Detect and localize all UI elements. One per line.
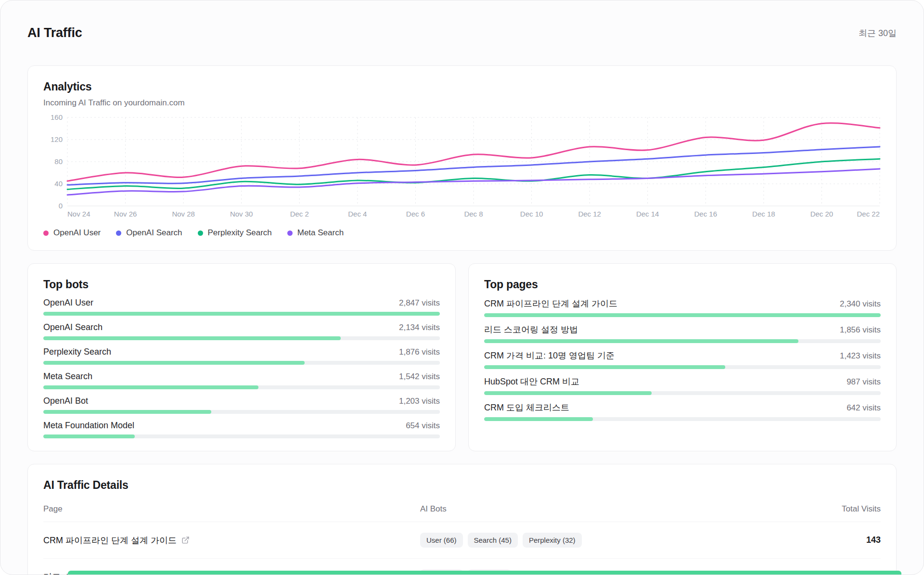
ai-traffic-dashboard: AI Traffic 최근 30일 Analytics Incoming AI … <box>0 0 924 575</box>
legend-label: OpenAI Search <box>126 228 182 238</box>
bar-item-visits: 987 visits <box>847 377 881 387</box>
traffic-line-chart: Nov 24Nov 26Nov 28Nov 30Dec 2Dec 4Dec 6D… <box>43 114 883 220</box>
top-bots-card: Top bots OpenAI User 2,847 visits OpenAI… <box>27 263 456 451</box>
svg-text:0: 0 <box>59 202 63 210</box>
bot-badge: User (66) <box>420 533 463 548</box>
bar-track <box>484 339 881 343</box>
svg-text:Dec 12: Dec 12 <box>578 210 601 218</box>
details-table-body: CRM 파이프라인 단계 설계 가이드 User (66)Search (45)… <box>43 522 881 575</box>
bar-item-label: Perplexity Search <box>43 347 111 357</box>
svg-text:Nov 24: Nov 24 <box>67 210 90 218</box>
bar-track <box>484 417 881 421</box>
bar-item-label: HubSpot 대안 CRM 비교 <box>484 376 579 387</box>
bar-item-row: CRM 도입 체크리스트 642 visits <box>484 402 881 413</box>
summary-cards-row: Top bots OpenAI User 2,847 visits OpenAI… <box>27 263 897 451</box>
details-title: AI Traffic Details <box>43 479 881 492</box>
legend-label: Meta Search <box>297 228 344 238</box>
ai-traffic-details-card: AI Traffic Details Page AI Bots Total Vi… <box>27 464 897 575</box>
svg-text:Dec 20: Dec 20 <box>810 210 834 218</box>
column-header-total: Total Visits <box>842 504 881 514</box>
list-item: CRM 가격 비교: 10명 영업팀 기준 1,423 visits <box>484 350 881 369</box>
column-header-page: Page <box>43 504 420 514</box>
bar-fill <box>484 365 725 369</box>
period-selector[interactable]: 최근 30일 <box>859 27 897 39</box>
legend-item: Meta Search <box>287 228 344 238</box>
bar-item-row: HubSpot 대안 CRM 비교 987 visits <box>484 376 881 387</box>
bar-track <box>43 312 440 316</box>
bar-item-row: OpenAI Bot 1,203 visits <box>43 396 440 406</box>
list-item: HubSpot 대안 CRM 비교 987 visits <box>484 376 881 395</box>
bar-track <box>43 361 440 365</box>
svg-text:Dec 4: Dec 4 <box>348 210 367 218</box>
legend-dot <box>287 230 293 236</box>
list-item: OpenAI User 2,847 visits <box>43 298 440 316</box>
svg-text:Nov 28: Nov 28 <box>172 210 195 218</box>
bar-item-row: OpenAI Search 2,134 visits <box>43 322 440 332</box>
bar-item-label: 리드 스코어링 설정 방법 <box>484 324 578 335</box>
details-table-header: Page AI Bots Total Visits <box>43 492 881 522</box>
svg-text:Dec 10: Dec 10 <box>520 210 543 218</box>
bar-item-visits: 2,847 visits <box>399 298 440 308</box>
table-row: CRM 파이프라인 단계 설계 가이드 User (66)Search (45)… <box>43 522 881 559</box>
svg-text:160: 160 <box>51 114 63 121</box>
page-header: AI Traffic 최근 30일 <box>27 0 897 40</box>
svg-text:40: 40 <box>54 179 63 188</box>
bar-fill <box>43 410 211 414</box>
bot-badge: Perplexity (32) <box>523 533 582 548</box>
bot-badge: Search (45) <box>468 533 518 548</box>
bar-track <box>43 336 440 340</box>
list-item: Perplexity Search 1,876 visits <box>43 347 440 365</box>
column-header-bots: AI Bots <box>420 504 799 514</box>
bar-item-row: CRM 파이프라인 단계 설계 가이드 2,340 visits <box>484 298 881 309</box>
bar-fill <box>43 361 305 365</box>
bar-item-row: Meta Foundation Model 654 visits <box>43 421 440 431</box>
detail-page-title: CRM 파이프라인 단계 설계 가이드 <box>43 535 177 546</box>
svg-text:Dec 14: Dec 14 <box>636 210 659 218</box>
bar-item-label: Meta Search <box>43 371 92 382</box>
bar-fill <box>484 339 798 343</box>
top-bots-list: OpenAI User 2,847 visits OpenAI Search 2… <box>43 298 440 438</box>
bot-badges: User (66)Search (45)Perplexity (32) <box>420 533 799 548</box>
bar-item-label: OpenAI Search <box>43 322 103 332</box>
svg-text:120: 120 <box>51 135 63 143</box>
bar-track <box>43 410 440 414</box>
bar-item-row: Perplexity Search 1,876 visits <box>43 347 440 357</box>
bar-item-visits: 1,876 visits <box>399 347 440 357</box>
list-item: Meta Foundation Model 654 visits <box>43 421 440 438</box>
svg-text:Dec 18: Dec 18 <box>752 210 775 218</box>
legend-item: Perplexity Search <box>198 228 272 238</box>
chart-legend: OpenAI UserOpenAI SearchPerplexity Searc… <box>43 228 881 238</box>
bar-item-visits: 1,542 visits <box>399 372 440 382</box>
detail-total: 143 <box>866 535 881 545</box>
bar-item-row: CRM 가격 비교: 10명 영업팀 기준 1,423 visits <box>484 350 881 361</box>
list-item: CRM 파이프라인 단계 설계 가이드 2,340 visits <box>484 298 881 317</box>
bar-track <box>43 434 440 438</box>
legend-item: OpenAI User <box>43 228 101 238</box>
bar-item-label: Meta Foundation Model <box>43 421 134 431</box>
page-title: AI Traffic <box>27 26 82 40</box>
bar-item-label: OpenAI User <box>43 298 93 308</box>
bottom-partial-bar <box>68 571 901 575</box>
svg-text:Dec 16: Dec 16 <box>694 210 718 218</box>
svg-text:Dec 8: Dec 8 <box>464 210 483 218</box>
bar-fill <box>43 312 440 316</box>
top-pages-card: Top pages CRM 파이프라인 단계 설계 가이드 2,340 visi… <box>468 263 897 451</box>
bar-item-visits: 1,203 visits <box>399 396 440 406</box>
bar-item-visits: 1,856 visits <box>840 325 881 335</box>
bar-item-visits: 2,134 visits <box>399 323 440 332</box>
list-item: CRM 도입 체크리스트 642 visits <box>484 402 881 421</box>
detail-page-link[interactable]: CRM 파이프라인 단계 설계 가이드 <box>43 535 420 546</box>
bar-fill <box>484 417 593 421</box>
top-pages-title: Top pages <box>484 278 881 291</box>
bar-item-visits: 2,340 visits <box>840 299 881 309</box>
bar-fill <box>484 313 881 317</box>
bar-item-visits: 642 visits <box>847 403 881 413</box>
bar-item-row: OpenAI User 2,847 visits <box>43 298 440 308</box>
analytics-subtitle: Incoming AI Traffic on yourdomain.com <box>43 98 881 108</box>
legend-label: OpenAI User <box>53 228 101 238</box>
legend-dot <box>116 230 121 236</box>
legend-label: Perplexity Search <box>208 228 272 238</box>
bar-item-row: Meta Search 1,542 visits <box>43 371 440 382</box>
svg-text:80: 80 <box>54 157 63 166</box>
external-link-icon[interactable] <box>181 536 190 544</box>
